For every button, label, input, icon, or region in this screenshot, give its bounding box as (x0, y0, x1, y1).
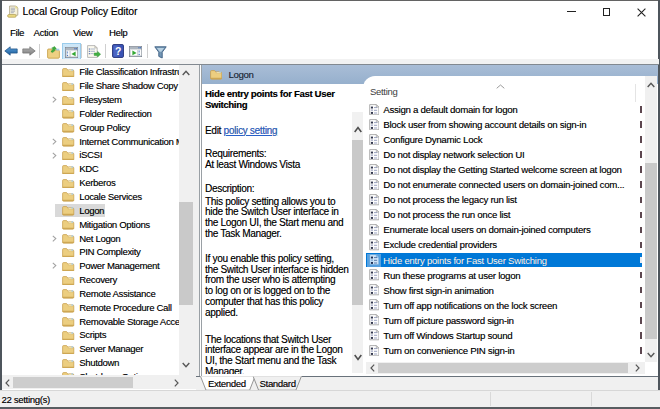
svg-text:?: ? (115, 45, 121, 57)
